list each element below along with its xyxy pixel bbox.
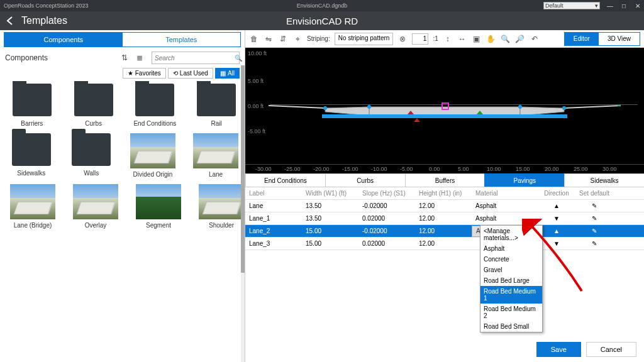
svg-point-7 — [367, 105, 371, 109]
component-item[interactable]: Rail — [194, 84, 238, 127]
svg-rect-5 — [322, 114, 567, 118]
dropdown-option[interactable]: Road Bed Small — [480, 321, 542, 332]
col-setdefault: Set default — [575, 190, 613, 197]
edit-icon[interactable]: ✎ — [592, 215, 597, 222]
sort-icon[interactable]: ⇅ — [119, 52, 130, 63]
svg-line-14 — [618, 103, 621, 106]
pavings-table: Label Width (W1) (ft) Slope (Hz) (S1) He… — [245, 187, 644, 250]
direction-icon[interactable]: ▼ — [553, 240, 560, 247]
cancel-button[interactable]: Cancel — [586, 342, 636, 357]
table-row[interactable]: Lane_315.000.0200012.00▼✎ — [245, 238, 644, 250]
dropdown-option[interactable]: Asphalt — [480, 243, 542, 254]
col-label: Label — [245, 190, 302, 197]
mirror-h-icon[interactable]: ⇋ — [264, 34, 274, 44]
search-input[interactable]: 🔍 — [152, 52, 240, 64]
dropdown-option[interactable]: Gravel — [480, 265, 542, 275]
col-direction: Direction — [538, 190, 575, 197]
pane-label: Components — [5, 53, 48, 62]
direction-icon[interactable]: ▲ — [553, 202, 560, 209]
svg-line-15 — [618, 106, 621, 108]
3d-view-button[interactable]: 3D View — [599, 33, 640, 45]
editor-pane: 🗑 ⇋ ⇵ ⌖ Striping: No striping pattern ⊗ … — [245, 30, 644, 362]
filter-favorites[interactable]: ★ Favorites — [123, 68, 166, 79]
property-tab[interactable]: Curbs — [325, 173, 406, 187]
dropdown-option[interactable]: Road Bed Medium 1 — [480, 286, 542, 304]
dropdown-option[interactable]: Concrete — [480, 254, 542, 265]
mirror-v-icon[interactable]: ⇵ — [278, 34, 288, 44]
property-tab[interactable]: End Conditions — [245, 173, 326, 187]
file-name: EnvisionCAD.dgndb — [297, 3, 348, 9]
profile-dropdown[interactable]: Default▾ — [543, 2, 600, 9]
center-icon[interactable]: ⌖ — [292, 34, 303, 44]
dropdown-option[interactable]: Road Bed Large — [480, 275, 542, 286]
component-item[interactable]: Lane (Bridge) — [10, 184, 55, 229]
property-tab[interactable]: Pavings — [484, 173, 565, 187]
tab-templates[interactable]: Templates — [123, 33, 241, 47]
property-tabs: End ConditionsCurbsBuffersPavingsSidewal… — [245, 173, 644, 187]
editor-view-button[interactable]: Editor — [565, 33, 599, 45]
component-item[interactable]: Divided Origin — [130, 133, 175, 178]
component-item[interactable]: Overlay — [73, 184, 118, 229]
clear-striping-icon[interactable]: ⊗ — [397, 34, 408, 44]
expand-h-icon[interactable]: ↔ — [457, 34, 467, 44]
app-name: OpenRoads ConceptStation 2023 — [4, 3, 89, 9]
svg-line-0 — [269, 106, 325, 108]
editor-toolbar: 🗑 ⇋ ⇵ ⌖ Striping: No striping pattern ⊗ … — [245, 30, 644, 48]
component-item[interactable]: Sidewalks — [10, 133, 53, 178]
fit-icon[interactable]: ▣ — [472, 34, 482, 44]
component-item[interactable]: Shoulder — [199, 184, 244, 229]
expand-v-icon[interactable]: ↕ — [443, 34, 453, 44]
property-tab[interactable]: Sidewalks — [564, 173, 644, 187]
cross-section-canvas[interactable]: 10.00 ft 5.00 ft 0.00 ft -5.00 ft -30.00… — [245, 48, 644, 173]
svg-marker-4 — [520, 107, 564, 116]
section-geometry — [269, 99, 621, 137]
col-slope: Slope (Hz) (S1) — [358, 190, 415, 197]
save-button[interactable]: Save — [536, 342, 581, 357]
component-item[interactable]: Barriers — [10, 84, 54, 127]
minimize-icon[interactable]: — — [606, 2, 614, 9]
dropdown-option[interactable]: <Manage materials...> — [480, 226, 542, 243]
close-icon[interactable]: ✕ — [634, 2, 641, 9]
zoom-in-icon[interactable]: 🔍 — [501, 34, 511, 44]
filter-all[interactable]: ▦ All — [215, 68, 240, 79]
direction-icon[interactable]: ▲ — [553, 228, 560, 234]
filter-last-used[interactable]: ⟲ Last Used — [168, 68, 213, 79]
header: Templates EnvisionCAD RD — [0, 11, 644, 30]
delete-icon[interactable]: 🗑 — [249, 34, 259, 44]
maximize-icon[interactable]: □ — [620, 2, 628, 9]
col-material: Material — [472, 190, 538, 197]
svg-point-6 — [323, 106, 327, 110]
zoom-out-icon[interactable]: 🔎 — [515, 34, 525, 44]
component-item[interactable]: Curbs — [72, 84, 116, 127]
edit-icon[interactable]: ✎ — [592, 240, 597, 247]
list-view-icon[interactable]: ≣ — [134, 52, 145, 63]
svg-marker-3 — [325, 107, 369, 116]
component-item[interactable]: Lane — [193, 133, 238, 178]
direction-icon[interactable]: ▼ — [553, 215, 560, 222]
striping-label: Striping: — [307, 35, 330, 42]
svg-point-9 — [562, 106, 566, 110]
col-height: Height (H1) (in) — [415, 190, 472, 197]
table-row[interactable]: Lane13.50-0.0200012.00Asphalt▲✎ — [245, 200, 644, 212]
dropdown-option[interactable]: Road Bed Medium 2 — [480, 304, 542, 321]
component-item[interactable]: End Conditions — [133, 84, 177, 127]
svg-point-8 — [518, 105, 522, 109]
table-row[interactable]: Lane_215.00-0.0200012.00Asphalt▲✎ — [245, 225, 644, 238]
property-tab[interactable]: Buffers — [405, 173, 486, 187]
search-icon: 🔍 — [235, 55, 242, 62]
striping-select[interactable]: No striping pattern — [335, 33, 394, 45]
back-icon[interactable] — [5, 16, 15, 26]
edit-icon[interactable]: ✎ — [592, 202, 597, 209]
component-item[interactable]: Walls — [70, 133, 113, 178]
edit-icon[interactable]: ✎ — [592, 228, 597, 234]
components-panel: Components Templates Components ⇅ ≣ 🔍 ★ … — [0, 30, 245, 362]
ratio-suffix: :1 — [433, 35, 438, 42]
material-dropdown[interactable]: <Manage materials...>AsphaltConcreteGrav… — [480, 225, 543, 332]
component-item[interactable]: Segment — [136, 184, 181, 229]
pan-icon[interactable]: ✋ — [486, 34, 496, 44]
undo-icon[interactable]: ↶ — [530, 34, 540, 44]
table-row[interactable]: Lane_113.500.0200012.00Asphalt▼✎ — [245, 212, 644, 225]
tab-components[interactable]: Components — [4, 33, 123, 47]
titlebar: OpenRoads ConceptStation 2023 EnvisionCA… — [0, 0, 644, 11]
ratio-input[interactable] — [412, 33, 428, 45]
